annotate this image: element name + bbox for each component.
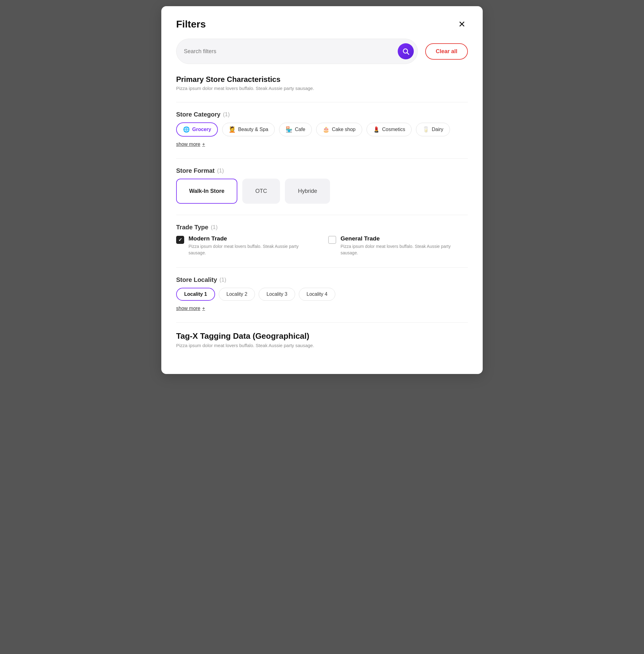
- trade-label-modern-trade: Modern Trade: [188, 235, 316, 242]
- locality-pill-locality-3[interactable]: Locality 3: [259, 288, 295, 301]
- category-pill-cosmetics[interactable]: 💄Cosmetics: [367, 123, 412, 136]
- divider-3: [176, 215, 468, 215]
- trade-label-general-trade: General Trade: [341, 235, 468, 242]
- locality-pill-locality-1[interactable]: Locality 1: [176, 288, 215, 301]
- store-locality-label: Store Locality (1): [176, 276, 468, 284]
- trade-desc-general-trade: Pizza ipsum dolor meat lovers buffalo. S…: [341, 243, 468, 256]
- tag-section-desc: Pizza ipsum dolor meat lovers buffalo. S…: [176, 343, 468, 348]
- trade-item-general-trade: General Trade Pizza ipsum dolor meat lov…: [328, 235, 468, 256]
- divider-4: [176, 267, 468, 268]
- category-label-cake-shop: Cake shop: [332, 127, 356, 132]
- locality-pill-locality-2[interactable]: Locality 2: [219, 288, 255, 301]
- category-label-cosmetics: Cosmetics: [382, 127, 406, 132]
- category-label-grocery: Grocery: [192, 127, 211, 132]
- format-list: Walk-In StoreOTCHybride: [176, 179, 468, 204]
- primary-section-title: Primary Store Characteristics: [176, 75, 468, 84]
- trade-list: ✓ Modern Trade Pizza ipsum dolor meat lo…: [176, 235, 468, 256]
- locality-pill-locality-4[interactable]: Locality 4: [299, 288, 335, 301]
- category-icon-cafe: 🏪: [285, 126, 292, 133]
- divider-1: [176, 102, 468, 102]
- search-icon: [402, 48, 410, 55]
- category-pill-grocery[interactable]: 🌐Grocery: [176, 122, 218, 137]
- header-row: Filters ✕: [176, 19, 468, 30]
- category-icon-grocery: 🌐: [183, 126, 190, 133]
- search-button[interactable]: [398, 43, 414, 59]
- category-pill-cake-shop[interactable]: 🎂Cake shop: [316, 123, 362, 136]
- checkbox-general-trade[interactable]: [328, 236, 336, 244]
- category-label-beauty-spa: Beauty & Spa: [238, 127, 268, 132]
- store-category-show-more[interactable]: show more +: [176, 141, 205, 147]
- divider-5: [176, 322, 468, 323]
- category-icon-cosmetics: 💄: [373, 126, 380, 133]
- store-format-label: Store Format (1): [176, 167, 468, 174]
- store-category-section: Store Category (1) 🌐Grocery💆Beauty & Spa…: [176, 111, 468, 147]
- store-format-section: Store Format (1) Walk-In StoreOTCHybride: [176, 167, 468, 204]
- clear-all-button[interactable]: Clear all: [425, 43, 468, 60]
- format-card-hybride[interactable]: Hybride: [285, 179, 330, 204]
- search-input[interactable]: [184, 48, 394, 55]
- panel-title: Filters: [176, 19, 206, 30]
- store-locality-show-more[interactable]: show more +: [176, 306, 205, 311]
- tag-section-title: Tag-X Tagging Data (Geographical): [176, 331, 468, 341]
- checkbox-modern-trade[interactable]: ✓: [176, 236, 184, 244]
- trade-item-modern-trade: ✓ Modern Trade Pizza ipsum dolor meat lo…: [176, 235, 316, 256]
- category-icon-beauty-spa: 💆: [229, 126, 235, 133]
- category-pill-cafe[interactable]: 🏪Cafe: [279, 123, 312, 136]
- category-list: 🌐Grocery💆Beauty & Spa🏪Cafe🎂Cake shop💄Cos…: [176, 122, 468, 137]
- format-card-otc[interactable]: OTC: [242, 179, 280, 204]
- trade-desc-modern-trade: Pizza ipsum dolor meat lovers buffalo. S…: [188, 243, 316, 256]
- svg-line-1: [407, 53, 409, 55]
- search-row: Clear all: [176, 39, 468, 64]
- filters-panel: Filters ✕ Clear all Primary Store Charac…: [161, 6, 483, 374]
- category-label-dairy: Dairy: [432, 127, 443, 132]
- divider-2: [176, 158, 468, 159]
- primary-section: Primary Store Characteristics Pizza ipsu…: [176, 75, 468, 91]
- search-bar: [176, 39, 418, 64]
- category-pill-dairy[interactable]: 🥛Dairy: [416, 123, 450, 136]
- category-label-cafe: Cafe: [295, 127, 305, 132]
- trade-type-section: Trade Type (1) ✓ Modern Trade Pizza ipsu…: [176, 224, 468, 256]
- category-pill-beauty-spa[interactable]: 💆Beauty & Spa: [222, 123, 275, 136]
- locality-list: Locality 1Locality 2Locality 3Locality 4: [176, 288, 468, 301]
- store-locality-section: Store Locality (1) Locality 1Locality 2L…: [176, 276, 468, 311]
- primary-section-desc: Pizza ipsum dolor meat lovers buffalo. S…: [176, 86, 468, 91]
- tag-x-section: Tag-X Tagging Data (Geographical) Pizza …: [176, 331, 468, 348]
- trade-type-label: Trade Type (1): [176, 224, 468, 231]
- category-icon-cake-shop: 🎂: [323, 126, 329, 133]
- format-card-walk-in[interactable]: Walk-In Store: [176, 179, 237, 204]
- store-category-label: Store Category (1): [176, 111, 468, 118]
- category-icon-dairy: 🥛: [422, 126, 429, 133]
- close-button[interactable]: ✕: [456, 19, 468, 30]
